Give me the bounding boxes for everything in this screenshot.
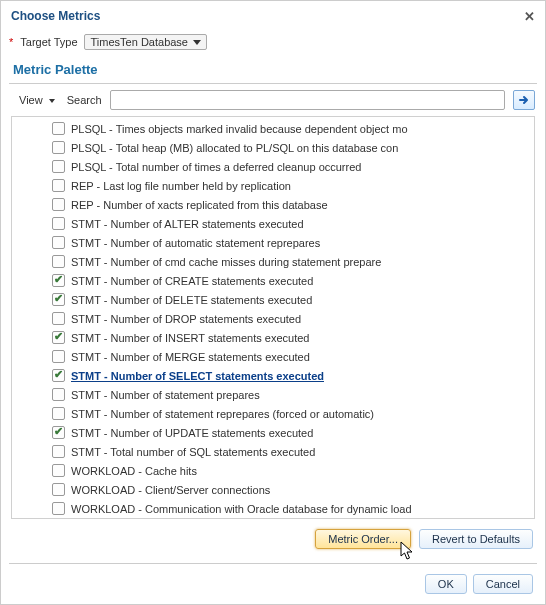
metric-label: STMT - Number of statement reprepares (f… <box>71 408 374 420</box>
metric-checkbox[interactable] <box>52 483 65 496</box>
metric-checkbox[interactable] <box>52 407 65 420</box>
metric-label: STMT - Number of MERGE statements execut… <box>71 351 310 363</box>
metric-checkbox[interactable] <box>52 122 65 135</box>
metric-row[interactable]: PLSQL - Total number of times a deferred… <box>12 157 534 176</box>
metric-row[interactable]: STMT - Total number of SQL statements ex… <box>12 442 534 461</box>
metric-checkbox[interactable] <box>52 198 65 211</box>
dialog-title: Choose Metrics <box>11 9 100 23</box>
close-icon[interactable]: ✕ <box>524 9 535 24</box>
metric-label: REP - Last log file number held by repli… <box>71 180 291 192</box>
target-type-row: * Target Type TimesTen Database <box>1 30 545 58</box>
palette-toolbar: View Search <box>1 84 545 116</box>
metric-label: STMT - Number of CREATE statements execu… <box>71 275 313 287</box>
metric-label: STMT - Number of automatic statement rep… <box>71 237 320 249</box>
metric-row[interactable]: REP - Last log file number held by repli… <box>12 176 534 195</box>
metric-label: PLSQL - Total heap (MB) allocated to PL/… <box>71 142 398 154</box>
metric-checkbox[interactable] <box>52 274 65 287</box>
view-menu[interactable]: View <box>15 93 59 107</box>
metric-order-button[interactable]: Metric Order... <box>315 529 411 549</box>
metric-row[interactable]: STMT - Number of automatic statement rep… <box>12 233 534 252</box>
ok-button[interactable]: OK <box>425 574 467 594</box>
metric-label: WORKLOAD - Communication with Oracle dat… <box>71 503 412 515</box>
metric-label: STMT - Number of statement prepares <box>71 389 260 401</box>
metric-row[interactable]: REP - Number of xacts replicated from th… <box>12 195 534 214</box>
cancel-button[interactable]: Cancel <box>473 574 533 594</box>
metric-label: STMT - Number of ALTER statements execut… <box>71 218 304 230</box>
metric-palette-title: Metric Palette <box>1 58 545 83</box>
metric-label: PLSQL - Times objects marked invalid bec… <box>71 123 408 135</box>
metric-checkbox[interactable] <box>52 350 65 363</box>
metric-checkbox[interactable] <box>52 426 65 439</box>
metric-row[interactable]: STMT - Number of statement prepares <box>12 385 534 404</box>
cancel-label: Cancel <box>486 578 520 590</box>
metric-label: REP - Number of xacts replicated from th… <box>71 199 328 211</box>
metric-row[interactable]: PLSQL - Total heap (MB) allocated to PL/… <box>12 138 534 157</box>
action-button-row: Metric Order... Revert to Defaults <box>1 529 545 549</box>
metric-row[interactable]: STMT - Number of DROP statements execute… <box>12 309 534 328</box>
metric-row[interactable]: STMT - Number of MERGE statements execut… <box>12 347 534 366</box>
metric-row[interactable]: STMT - Number of INSERT statements execu… <box>12 328 534 347</box>
metric-checkbox[interactable] <box>52 160 65 173</box>
metric-row[interactable]: STMT - Number of SELECT statements execu… <box>12 366 534 385</box>
search-go-button[interactable] <box>513 90 535 110</box>
metric-label: STMT - Number of INSERT statements execu… <box>71 332 309 344</box>
metric-label: WORKLOAD - Client/Server connections <box>71 484 270 496</box>
metric-row[interactable]: WORKLOAD - Communication with Oracle dat… <box>12 499 534 518</box>
target-type-label: Target Type <box>20 36 77 48</box>
target-type-select[interactable]: TimesTen Database <box>84 34 207 50</box>
metric-checkbox[interactable] <box>52 464 65 477</box>
metric-checkbox[interactable] <box>52 236 65 249</box>
metric-checkbox[interactable] <box>52 388 65 401</box>
view-label: View <box>19 94 43 106</box>
metric-checkbox[interactable] <box>52 293 65 306</box>
metric-checkbox[interactable] <box>52 331 65 344</box>
metric-label: STMT - Number of cmd cache misses during… <box>71 256 381 268</box>
metric-label: STMT - Number of DROP statements execute… <box>71 313 301 325</box>
metric-row[interactable]: STMT - Number of DELETE statements execu… <box>12 290 534 309</box>
metric-list[interactable]: PLSQL - Times objects marked invalid bec… <box>11 116 535 519</box>
dialog-header: Choose Metrics ✕ <box>1 1 545 30</box>
ok-label: OK <box>438 578 454 590</box>
revert-to-defaults-button[interactable]: Revert to Defaults <box>419 529 533 549</box>
metric-checkbox[interactable] <box>52 179 65 192</box>
required-marker: * <box>9 36 14 48</box>
dialog-footer: OK Cancel <box>9 563 537 604</box>
metric-row[interactable]: STMT - Number of UPDATE statements execu… <box>12 423 534 442</box>
search-label: Search <box>67 94 102 106</box>
metric-row[interactable]: WORKLOAD - Client/Server connections <box>12 480 534 499</box>
metric-row[interactable]: STMT - Number of ALTER statements execut… <box>12 214 534 233</box>
metric-label: STMT - Total number of SQL statements ex… <box>71 446 315 458</box>
chevron-down-icon <box>49 99 55 103</box>
metric-checkbox[interactable] <box>52 255 65 268</box>
target-type-value: TimesTen Database <box>91 36 188 48</box>
metric-label: WORKLOAD - Cache hits <box>71 465 197 477</box>
revert-label: Revert to Defaults <box>432 533 520 545</box>
metric-checkbox[interactable] <box>52 445 65 458</box>
metric-row[interactable]: PLSQL - Times objects marked invalid bec… <box>12 119 534 138</box>
arrow-right-icon <box>518 94 530 106</box>
metric-checkbox[interactable] <box>52 217 65 230</box>
metric-label: STMT - Number of SELECT statements execu… <box>71 370 324 382</box>
metric-checkbox[interactable] <box>52 369 65 382</box>
metric-label: STMT - Number of UPDATE statements execu… <box>71 427 313 439</box>
metric-row[interactable]: STMT - Number of CREATE statements execu… <box>12 271 534 290</box>
metric-row[interactable]: WORKLOAD - Cache hits <box>12 461 534 480</box>
choose-metrics-dialog: Choose Metrics ✕ * Target Type TimesTen … <box>0 0 546 605</box>
metric-row[interactable]: STMT - Number of cmd cache misses during… <box>12 252 534 271</box>
metric-order-label: Metric Order... <box>328 533 398 545</box>
search-input[interactable] <box>110 90 505 110</box>
metric-label: STMT - Number of DELETE statements execu… <box>71 294 312 306</box>
metric-checkbox[interactable] <box>52 502 65 515</box>
metric-checkbox[interactable] <box>52 141 65 154</box>
metric-label: PLSQL - Total number of times a deferred… <box>71 161 361 173</box>
metric-checkbox[interactable] <box>52 312 65 325</box>
metric-row[interactable]: STMT - Number of statement reprepares (f… <box>12 404 534 423</box>
